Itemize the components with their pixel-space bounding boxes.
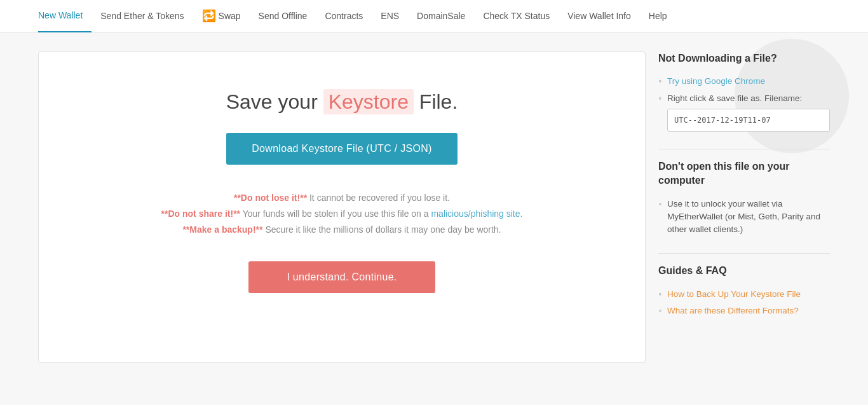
nav-contracts[interactable]: Contracts (316, 0, 372, 32)
divider-2 (658, 253, 830, 254)
sidebar-list-2: Use it to unlock your wallet via MyEther… (658, 196, 830, 238)
filename-box: UTC--2017-12-19T11-07 (667, 109, 830, 132)
sidebar-section-guides: Guides & FAQ How to Back Up Your Keystor… (658, 264, 830, 319)
sidebar-item-unlock: Use it to unlock your wallet via MyEther… (658, 196, 830, 238)
sidebar-section-download: Not Downloading a File? Try using Google… (658, 51, 830, 134)
sidebar-section-open: Don't open this file on your computer Us… (658, 160, 830, 238)
backup-guide-link[interactable]: How to Back Up Your Keystore File (667, 289, 801, 299)
nav-ens[interactable]: ENS (372, 0, 408, 32)
nav-domainsale[interactable]: DomainSale (408, 0, 474, 32)
nav-send-offline[interactable]: Send Offline (250, 0, 316, 32)
swap-icon: 🔁 (202, 9, 216, 23)
warning-line-1: **Do not lose it!** It cannot be recover… (161, 190, 523, 206)
page-title: Save your Keystore File. (226, 90, 458, 114)
title-keystore: Keystore (323, 89, 414, 114)
nav-swap[interactable]: 🔁 Swap (193, 0, 250, 32)
formats-guide-link[interactable]: What are these Different Formats? (667, 306, 799, 315)
nav-view-wallet[interactable]: View Wallet Info (559, 0, 640, 32)
warning-text-3: Secure it like the millions of dollars i… (265, 224, 501, 235)
title-suffix: File. (419, 90, 458, 113)
download-keystore-button[interactable]: Download Keystore File (UTC / JSON) (226, 133, 457, 165)
chrome-link[interactable]: Try using Google Chrome (667, 76, 765, 86)
nav-help[interactable]: Help (640, 0, 676, 32)
warning-emphasis-3: **Make a backup!** (182, 224, 262, 235)
sidebar-text-rightclick: Right click & save file as. Filename: (667, 93, 802, 103)
navigation: New Wallet Send Ether & Tokens 🔁 Swap Se… (0, 0, 868, 32)
warning-emphasis-1: **Do not lose it!** (234, 193, 307, 203)
sidebar-item-backup: How to Back Up Your Keystore File (658, 286, 830, 303)
sidebar-title-1: Not Downloading a File? (658, 51, 830, 65)
sidebar-title-3: Guides & FAQ (658, 264, 830, 278)
sidebar-title-2: Don't open this file on your computer (658, 160, 830, 188)
warning-section: **Do not lose it!** It cannot be recover… (161, 190, 523, 238)
nav-send-ether[interactable]: Send Ether & Tokens (92, 0, 193, 32)
nav-new-wallet[interactable]: New Wallet (38, 0, 92, 32)
warning-emphasis-2: **Do not share it!** (161, 209, 240, 219)
nav-swap-label: Swap (219, 11, 241, 21)
sidebar-text-unlock: Use it to unlock your wallet via MyEther… (667, 199, 820, 235)
right-panel: Not Downloading a File? Try using Google… (658, 51, 830, 363)
sidebar-item-chrome: Try using Google Chrome (658, 73, 830, 90)
main-container: Save your Keystore File. Download Keysto… (0, 32, 868, 382)
title-prefix: Save your (226, 90, 318, 113)
warning-text-2: Your funds will be stolen if you use thi… (243, 209, 431, 219)
warning-link-phishing[interactable]: malicious/phishing site. (431, 209, 522, 219)
sidebar-list-1: Try using Google Chrome Right click & sa… (658, 73, 830, 134)
warning-line-3: **Make a backup!** Secure it like the mi… (161, 222, 523, 238)
sidebar-list-3: How to Back Up Your Keystore File What a… (658, 286, 830, 320)
sidebar-item-formats: What are these Different Formats? (658, 303, 830, 319)
warning-line-2: **Do not share it!** Your funds will be … (161, 206, 523, 222)
left-panel: Save your Keystore File. Download Keysto… (38, 51, 646, 363)
sidebar-item-rightclick: Right click & save file as. Filename: UT… (658, 90, 830, 134)
nav-check-tx[interactable]: Check TX Status (474, 0, 559, 32)
warning-text-1: It cannot be recovered if you lose it. (309, 193, 450, 203)
continue-button[interactable]: I understand. Continue. (248, 261, 435, 293)
